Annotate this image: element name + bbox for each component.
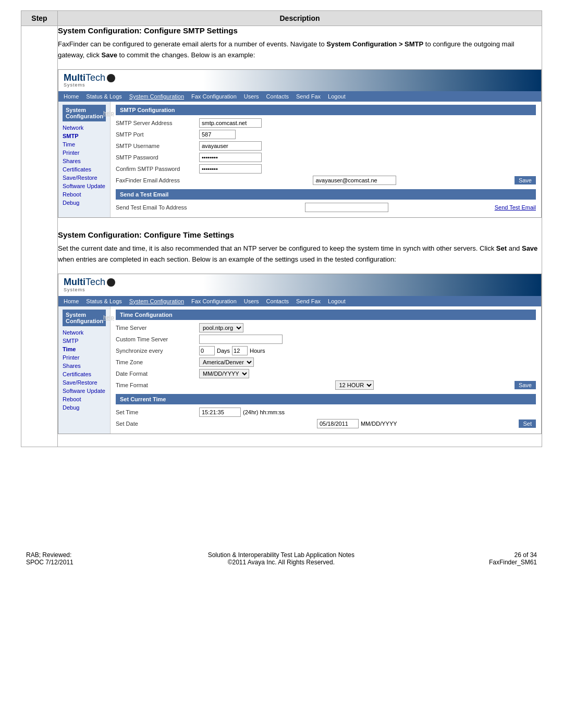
set-time-hint: (24hr) hh:mm:ss bbox=[243, 409, 285, 415]
footer: RAB; Reviewed: SPOC 7/12/2011 Solution &… bbox=[21, 551, 542, 566]
send-test-row: Send Test Email To Address Send Test Ema… bbox=[116, 203, 536, 212]
description-cell: System Configuration: Configure SMTP Set… bbox=[58, 26, 542, 447]
smtp-port-input[interactable] bbox=[199, 130, 236, 139]
sidebar-debug-time[interactable]: Debug bbox=[63, 404, 79, 411]
mt-nav-time: Home Status & Logs System Configuration … bbox=[58, 296, 541, 306]
step-cell bbox=[21, 26, 58, 447]
sidebar-time-time[interactable]: Time bbox=[63, 346, 76, 352]
time-server-select[interactable]: pool.ntp.org bbox=[199, 323, 243, 332]
set-date-row: Set Date MM/DD/YYYY Set bbox=[116, 419, 536, 428]
main-table: Step Description System Configuration: C… bbox=[21, 10, 542, 447]
nav-contacts-time[interactable]: Contacts bbox=[266, 298, 289, 304]
send-test-email-button[interactable]: Send Test Email bbox=[495, 204, 536, 211]
set-date-input[interactable] bbox=[317, 419, 359, 428]
mt-main-time: Time Configuration Time Server pool.ntp.… bbox=[111, 306, 541, 434]
timezone-select[interactable]: America/Denver bbox=[199, 357, 254, 367]
sidebar-network-smtp[interactable]: Network bbox=[63, 125, 83, 131]
send-test-input[interactable] bbox=[305, 203, 388, 212]
footer-center2: ©2011 Avaya Inc. All Rights Reserved. bbox=[208, 559, 354, 566]
sidebar-smtp-smtp[interactable]: SMTP bbox=[63, 133, 79, 139]
nav-sendfax-time[interactable]: Send Fax bbox=[296, 298, 321, 304]
footer-center: Solution & Interoperability Test Lab App… bbox=[208, 551, 354, 566]
mt-nav-smtp: Home Status & Logs System Configuration … bbox=[58, 91, 541, 102]
time-body: Set the current date and time, it is als… bbox=[58, 243, 542, 265]
smtp-server-input[interactable] bbox=[199, 118, 262, 128]
nav-contacts-smtp[interactable]: Contacts bbox=[266, 93, 289, 100]
mt-main-smtp: SMTP Configuration SMTP Server Address S… bbox=[111, 102, 541, 217]
set-date-hint: MM/DD/YYYY bbox=[361, 421, 397, 427]
smtp-heading: System Configuration: Configure SMTP Set… bbox=[58, 26, 542, 35]
date-format-row: Date Format MM/DD/YYYY bbox=[116, 369, 536, 378]
nav-faxconfig-time[interactable]: Fax Configuration bbox=[191, 298, 237, 304]
sidebar-debug-smtp[interactable]: Debug bbox=[63, 200, 79, 206]
smtp-port-row: SMTP Port bbox=[116, 130, 536, 139]
smtp-password-input[interactable] bbox=[199, 153, 262, 162]
nav-status-time[interactable]: Status & Logs bbox=[86, 298, 122, 304]
time-format-select[interactable]: 12 HOUR bbox=[335, 380, 374, 390]
time-config-title: Time Configuration bbox=[116, 310, 536, 320]
smtp-password-row: SMTP Password bbox=[116, 153, 536, 162]
description-header: Description bbox=[58, 11, 542, 26]
sidebar-shares-smtp[interactable]: Shares bbox=[63, 158, 81, 164]
timezone-row: Time Zone America/Denver bbox=[116, 357, 536, 367]
mt-logo-time: MultiTech Systems bbox=[64, 277, 115, 293]
sidebar-title-time: System Configuration help bbox=[63, 310, 106, 326]
footer-rab: RAB; Reviewed: bbox=[26, 551, 74, 559]
smtp-username-row: SMTP Username bbox=[116, 141, 536, 151]
mt-header-smtp: MultiTech Systems bbox=[58, 70, 541, 92]
smtp-save-button[interactable]: Save bbox=[515, 176, 536, 184]
nav-sysconfig-time[interactable]: System Configuration bbox=[129, 298, 184, 304]
sync-hours-input[interactable] bbox=[232, 346, 248, 355]
sidebar-time-smtp[interactable]: Time bbox=[63, 141, 75, 147]
nav-users-time[interactable]: Users bbox=[244, 298, 259, 304]
sidebar-saverestore-smtp[interactable]: Save/Restore bbox=[63, 175, 97, 181]
sidebar-shares-time[interactable]: Shares bbox=[63, 363, 81, 369]
time-save-button[interactable]: Save bbox=[515, 381, 536, 389]
time-ui-mockup: MultiTech Systems Home Status & Logs Sys… bbox=[58, 274, 542, 434]
sidebar-smtp-time[interactable]: SMTP bbox=[63, 338, 79, 344]
mt-logo-smtp: MultiTech Systems bbox=[64, 73, 115, 89]
sidebar-links-time: Network SMTP Time Printer Shares Certifi… bbox=[63, 328, 106, 412]
step-header: Step bbox=[21, 11, 58, 26]
sidebar-reboot-time[interactable]: Reboot bbox=[63, 396, 81, 402]
smtp-username-input[interactable] bbox=[199, 141, 262, 151]
sidebar-swupdate-time[interactable]: Software Update bbox=[63, 388, 105, 394]
footer-right: 26 of 34 FaxFinder_SM61 bbox=[489, 551, 537, 566]
smtp-ui-mockup: MultiTech Systems Home Status & Logs Sys… bbox=[58, 69, 542, 218]
date-format-select[interactable]: MM/DD/YYYY bbox=[199, 369, 249, 378]
set-date-button[interactable]: Set bbox=[519, 419, 536, 428]
nav-home-time[interactable]: Home bbox=[64, 298, 79, 304]
sync-row: Synchronize every Days Hours bbox=[116, 346, 536, 355]
sidebar-saverestore-time[interactable]: Save/Restore bbox=[63, 379, 97, 386]
sidebar-certs-smtp[interactable]: Certificates bbox=[63, 166, 91, 172]
sidebar-printer-time[interactable]: Printer bbox=[63, 354, 79, 361]
time-server-row: Time Server pool.ntp.org bbox=[116, 323, 536, 332]
sidebar-certs-time[interactable]: Certificates bbox=[63, 371, 91, 377]
sidebar-reboot-smtp[interactable]: Reboot bbox=[63, 191, 81, 198]
nav-home-smtp[interactable]: Home bbox=[64, 93, 79, 100]
set-time-row: Set Time (24hr) hh:mm:ss bbox=[116, 408, 536, 417]
set-time-input[interactable] bbox=[199, 408, 241, 417]
smtp-confirm-password-input[interactable] bbox=[199, 164, 262, 174]
footer-product: FaxFinder_SM61 bbox=[489, 559, 537, 566]
nav-status-smtp[interactable]: Status & Logs bbox=[86, 93, 122, 100]
sidebar-network-time[interactable]: Network bbox=[63, 329, 83, 336]
footer-left: RAB; Reviewed: SPOC 7/12/2011 bbox=[26, 551, 74, 566]
nav-sysconfig-smtp[interactable]: System Configuration bbox=[129, 93, 184, 100]
send-test-email-title: Send a Test Email bbox=[116, 189, 536, 200]
sidebar-swupdate-smtp[interactable]: Software Update bbox=[63, 183, 105, 189]
custom-time-server-input[interactable] bbox=[199, 335, 283, 344]
smtp-body: FaxFinder can be configured to generate … bbox=[58, 39, 542, 61]
smtp-email-input[interactable] bbox=[313, 176, 396, 185]
smtp-confirm-pw-row: Confirm SMTP Password bbox=[116, 164, 536, 174]
nav-logout-smtp[interactable]: Logout bbox=[328, 93, 346, 100]
nav-logout-time[interactable]: Logout bbox=[328, 298, 346, 304]
nav-sendfax-smtp[interactable]: Send Fax bbox=[296, 93, 321, 100]
sync-days-input[interactable] bbox=[199, 346, 215, 355]
smtp-server-row: SMTP Server Address bbox=[116, 118, 536, 128]
nav-users-smtp[interactable]: Users bbox=[244, 93, 259, 100]
time-heading: System Configuration: Configure Time Set… bbox=[58, 230, 542, 239]
sidebar-printer-smtp[interactable]: Printer bbox=[63, 150, 79, 156]
nav-faxconfig-smtp[interactable]: Fax Configuration bbox=[191, 93, 237, 100]
mt-content-smtp: System Configuration help Network SMTP T… bbox=[58, 102, 541, 217]
